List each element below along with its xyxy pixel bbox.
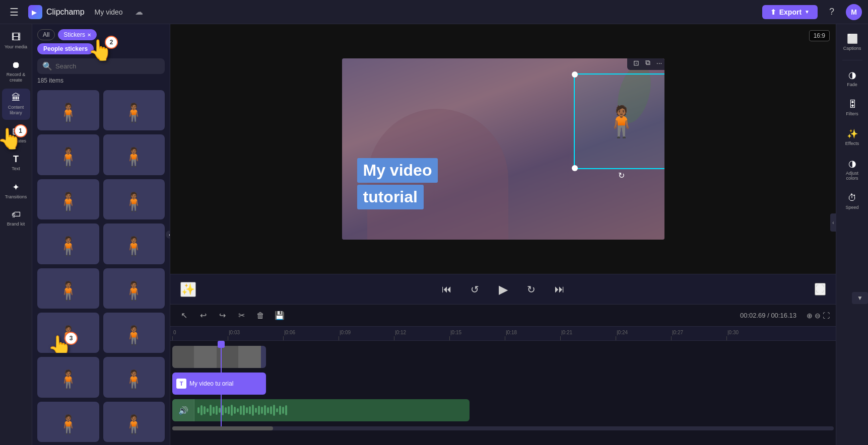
- save-button[interactable]: 💾: [272, 308, 287, 323]
- speed-label: Speed: [845, 205, 858, 210]
- avatar[interactable]: M: [846, 4, 862, 20]
- sidebar-item-record[interactable]: ⏺ Record &create: [2, 56, 30, 87]
- sidebar-item-templates[interactable]: ⊞ Templates 👆 1: [2, 122, 30, 148]
- svg-rect-7: [213, 407, 215, 414]
- svg-rect-19: [249, 406, 251, 414]
- list-item[interactable]: 🧍🏾 "I love you" ASL ...: [103, 224, 165, 264]
- sticker-thumb: 🧍🏾: [103, 90, 165, 130]
- sidebar-item-text[interactable]: T Text: [2, 150, 30, 176]
- magic-edit-button[interactable]: ✨: [180, 282, 196, 297]
- delete-button[interactable]: 🗑: [253, 308, 268, 323]
- list-item[interactable]: 🧍🏾 "Welcome" ASL ...: [37, 357, 99, 397]
- fade-label: Fade: [847, 82, 857, 87]
- undo-button[interactable]: ↩: [195, 308, 211, 323]
- sidebar-label-transitions: Transitions: [5, 194, 27, 200]
- export-icon: ⬆: [770, 8, 776, 16]
- sidebar-item-transitions[interactable]: ✦ Transitions: [2, 178, 30, 204]
- zoom-out-button[interactable]: ⊖: [815, 312, 821, 320]
- fullscreen-button[interactable]: ⛶: [815, 283, 826, 295]
- ruler-mark: |0:18: [505, 330, 560, 340]
- timeline-section-collapse[interactable]: ▼: [852, 292, 868, 304]
- sticker-overlay[interactable]: ⊡ ⧉ ··· 🧍🏾 ↻: [574, 73, 664, 169]
- filter-stickers[interactable]: Stickers ✕: [58, 29, 97, 40]
- zoom-in-button[interactable]: ⊕: [807, 312, 813, 320]
- svg-rect-17: [243, 405, 245, 415]
- more-options-button[interactable]: ···: [654, 58, 664, 68]
- sticker-thumb: 🧍🏾: [103, 268, 165, 309]
- video-overlay: My video tutorial: [357, 158, 438, 209]
- svg-rect-23: [261, 407, 263, 414]
- list-item[interactable]: 🧍🏾 "Happy annivers...": [37, 134, 99, 175]
- right-sidebar-filters[interactable]: 🎛 Filters: [838, 94, 866, 121]
- people-stickers-chip[interactable]: People stickers: [37, 43, 94, 54]
- list-item[interactable]: 🧍🏾 "Happy birthday,...": [103, 179, 165, 219]
- search-icon: 🔍: [42, 61, 52, 71]
- ruler-mark: |0:12: [394, 330, 449, 340]
- waveform: [197, 403, 449, 417]
- effects-icon: ✨: [847, 128, 858, 139]
- redo-button[interactable]: ↪: [215, 308, 230, 323]
- export-button[interactable]: ⬆ Export ▼: [762, 5, 818, 19]
- list-item[interactable]: 🧍🏾 "Happy birthday,...": [37, 179, 99, 219]
- list-item[interactable]: 🧍🏾 "Happy annivers...": [37, 90, 99, 130]
- svg-rect-24: [264, 405, 266, 415]
- pip-tool-button[interactable]: ⧉: [643, 58, 652, 68]
- sidebar-item-content-library[interactable]: 🏛 Contentlibrary: [2, 89, 30, 120]
- stickers-chip-close[interactable]: ✕: [87, 32, 91, 38]
- list-item[interactable]: 🧍🏾 "Welcome" ASL ... 👆 3: [37, 313, 99, 353]
- ruler-mark: |0:03: [228, 330, 283, 340]
- audio-clip[interactable]: 🔊: [172, 399, 470, 421]
- video-track: [170, 344, 836, 369]
- right-sidebar-captions[interactable]: ⬜ Captions: [838, 28, 866, 56]
- right-sidebar-adjust-colors[interactable]: ◑ Adjust colors: [838, 153, 866, 186]
- skip-back-button[interactable]: ⏮: [438, 280, 456, 299]
- left-sidebar: 🎞 Your media ⏺ Record &create 🏛 Contentl…: [0, 24, 32, 445]
- list-item[interactable]: 🧍🏾 "I love you" ASL ...: [37, 224, 99, 264]
- rewind-button[interactable]: ↺: [466, 280, 484, 299]
- your-media-icon: 🎞: [12, 32, 21, 43]
- sidebar-item-your-media[interactable]: 🎞 Your media: [2, 28, 30, 54]
- corner-handle-bl[interactable]: [572, 165, 578, 171]
- right-sidebar-collapse[interactable]: ‹: [830, 213, 836, 232]
- right-sidebar: ⬜ Captions ◑ Fade 🎛 Filters ✨ Effects ◑ …: [836, 24, 868, 445]
- timeline: ↖ ↩ ↪ ✂ 🗑 💾 00:02.69 / 00:16.13 ⊕ ⊖ ⛶: [170, 304, 836, 445]
- list-item[interactable]: 🧍🏾 "Happy annivers...": [103, 90, 165, 130]
- list-item[interactable]: 🧍🏾 "Welcome" ASL ...: [103, 313, 165, 353]
- list-item[interactable]: 🧍🏾 "Don't forget to ...": [37, 402, 99, 442]
- panel-collapse-arrow[interactable]: ‹: [166, 231, 170, 239]
- templates-icon: ⊞: [12, 126, 20, 137]
- forward-button[interactable]: ↻: [522, 280, 541, 299]
- search-input[interactable]: [55, 62, 160, 70]
- list-item[interactable]: 🧍🏾 "Don't forget to ...": [103, 402, 165, 442]
- crop-tool-button[interactable]: ⊡: [631, 58, 641, 68]
- right-sidebar-speed[interactable]: ⏱ Speed: [838, 188, 866, 215]
- sticker-thumb: 🧍🏾: [103, 179, 165, 219]
- svg-rect-29: [279, 406, 281, 415]
- playhead-head[interactable]: [218, 341, 225, 348]
- video-clip[interactable]: [172, 346, 266, 368]
- corner-handle-tl[interactable]: [572, 71, 578, 78]
- scrollbar-thumb[interactable]: [172, 426, 273, 430]
- timeline-scrollbar[interactable]: [172, 426, 834, 430]
- rotate-handle[interactable]: ↻: [618, 171, 625, 180]
- text-clip[interactable]: T My video tutorial: [172, 373, 266, 395]
- list-item[interactable]: 🧍🏾 "Don't forget to ...": [103, 357, 165, 397]
- skip-forward-button[interactable]: ⏭: [551, 280, 569, 299]
- right-sidebar-fade[interactable]: ◑ Fade: [838, 64, 866, 92]
- list-item[interactable]: 🧍🏾 "Turn on caption...": [103, 268, 165, 309]
- svg-rect-18: [246, 407, 248, 413]
- list-item[interactable]: 🧍🏾 "Turn on caption...": [37, 268, 99, 309]
- svg-rect-12: [228, 406, 230, 414]
- play-button[interactable]: ▶: [494, 280, 512, 299]
- right-sidebar-effects[interactable]: ✨ Effects: [838, 123, 866, 151]
- cut-button[interactable]: ✂: [234, 308, 249, 323]
- hamburger-icon[interactable]: ☰: [6, 4, 22, 20]
- sidebar-item-brand-kit[interactable]: 🏷 Brand kit: [2, 205, 30, 231]
- timeline-ruler: 0 |0:03 |0:06: [170, 327, 836, 341]
- filter-all[interactable]: All: [37, 29, 55, 40]
- timeline-fullscreen-button[interactable]: ⛶: [823, 312, 830, 320]
- list-item[interactable]: 🧍🏾 "Happy birthday,...": [103, 134, 165, 175]
- help-button[interactable]: ?: [824, 4, 840, 20]
- video-title[interactable]: My video: [91, 7, 127, 17]
- timeline-pointer-tool[interactable]: ↖: [176, 308, 191, 323]
